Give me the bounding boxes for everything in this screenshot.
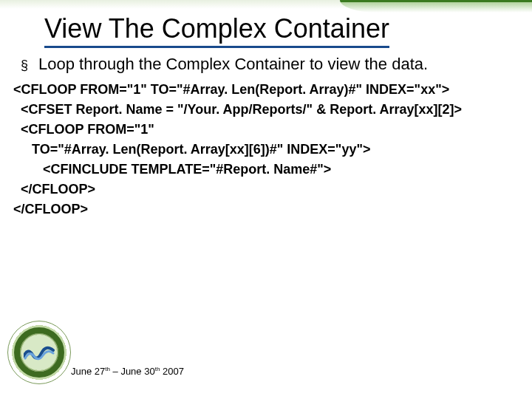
slide: View The Complex Container § Loop throug… xyxy=(0,0,532,399)
code-line: <CFSET Report. Name = "/Your. App/Report… xyxy=(13,102,462,117)
bullet-text: Loop through the Complex Container to vi… xyxy=(38,55,428,74)
footer-part: June 27 xyxy=(71,366,105,377)
footer-part: 2007 xyxy=(160,366,184,377)
slide-top-border xyxy=(0,0,532,9)
code-line: TO="#Array. Len(Report. Array[xx][6])#" … xyxy=(13,142,370,157)
code-line: </CFLOOP> xyxy=(13,202,88,216)
slide-title: View The Complex Container xyxy=(44,13,389,48)
footer-sup: th xyxy=(105,366,110,372)
code-line: <CFLOOP FROM="1" TO="#Array. Len(Report.… xyxy=(13,82,449,97)
cfunited-logo xyxy=(7,321,71,384)
logo-wave-icon xyxy=(24,346,55,361)
footer-date: June 27th – June 30th 2007 xyxy=(71,366,184,377)
code-line: <CFINCLUDE TEMPLATE="#Report. Name#"> xyxy=(13,162,331,177)
bullet-marker-icon: § xyxy=(21,58,28,73)
code-line: <CFLOOP FROM="1" xyxy=(13,122,154,137)
bullet-item: § Loop through the Complex Container to … xyxy=(21,55,428,74)
code-line: </CFLOOP> xyxy=(13,182,95,197)
code-block: <CFLOOP FROM="1" TO="#Array. Len(Report.… xyxy=(13,80,462,219)
footer-part: – June 30 xyxy=(110,366,155,377)
